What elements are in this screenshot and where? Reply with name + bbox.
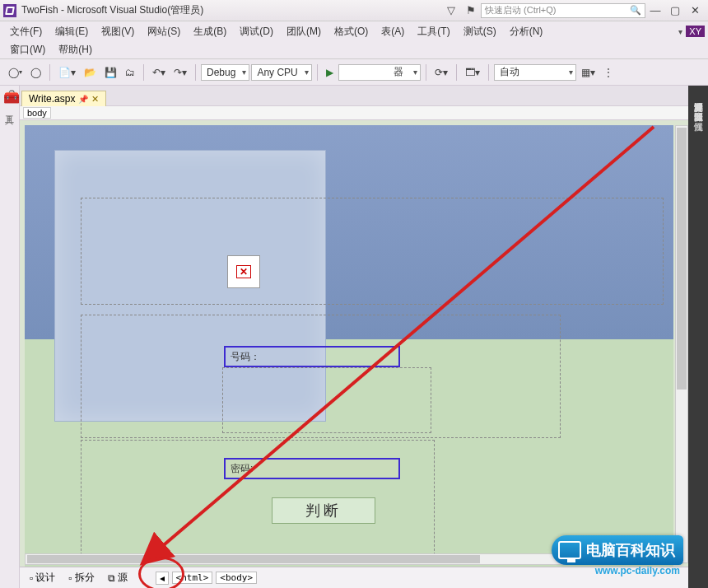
browser-target-dropdown[interactable]: placeholder 器 [338,64,421,81]
menu-team[interactable]: 团队(M) [280,25,328,39]
menu-debug[interactable]: 调试(D) [233,25,280,39]
number-label: 号码： [231,350,260,364]
vscroll-thumb[interactable] [677,128,687,390]
breadcrumb-body[interactable]: body [23,107,51,119]
separator [456,64,457,81]
save-all-button[interactable]: 🗂 [122,65,138,80]
layout-cell-3 [222,367,431,433]
designer-mode-strip: ▫ 设计 ▫ 拆分 ⧉ 源 ◂ <html> <body> [20,567,688,588]
quick-launch-placeholder: 快速启动 (Ctrl+Q) [485,4,556,16]
nav-back-button[interactable]: ◯▾ [5,65,26,80]
mode-source[interactable]: ⧉ 源 [103,570,133,586]
password-input[interactable]: 密码: [224,458,400,479]
menu-edit[interactable]: 编辑(E) [49,25,95,39]
pin-icon[interactable]: 📌 [78,95,88,104]
search-icon: 🔍 [630,5,641,16]
menu-view[interactable]: 视图(V) [95,25,141,39]
hscroll-thumb[interactable] [27,555,480,563]
horizontal-scrollbar[interactable] [25,553,673,565]
browser-suffix: 器 [394,65,403,79]
editor-area: Write.aspx 📌 ✕ body ✕ 号码： [20,86,688,588]
designer-canvas[interactable]: ✕ 号码： 密码: 判断 [25,125,673,583]
vertical-scrollbar[interactable] [675,125,688,563]
left-tool-dock: 🧰 工具 [0,86,20,588]
menu-website[interactable]: 网站(S) [141,25,187,39]
password-label: 密码: [231,462,253,476]
layout-cell-1 [81,198,664,305]
vs-logo-icon [3,4,16,17]
quick-launch-input[interactable]: 快速启动 (Ctrl+Q) 🔍 [481,3,645,18]
target-rule-dropdown[interactable]: 自动 [494,64,576,81]
undo-button[interactable]: ↶▾ [149,65,169,80]
mode-split[interactable]: ▫ 拆分 [63,570,99,586]
menu-help[interactable]: 帮助(H) [52,43,99,57]
tab-close-icon[interactable]: ✕ [91,94,99,105]
separator [488,64,489,81]
minimize-button[interactable]: — [645,4,665,16]
menu-tools[interactable]: 工具(T) [411,25,456,39]
tag-nav-back[interactable]: ◂ [156,572,169,585]
right-tool-dock: 解决方案资源管理器 团队资源管理器 属性 [688,86,708,588]
separator [317,64,318,81]
close-button[interactable]: ✕ [685,4,705,16]
tag-html[interactable]: <html> [172,572,213,584]
separator [426,64,426,81]
refresh-button[interactable]: ⟳▾ [431,65,451,80]
main-menu: 文件(F) 编辑(E) 视图(V) 网站(S) 生成(B) 调试(D) 团队(M… [0,21,708,41]
menu-window[interactable]: 窗口(W) [3,43,52,57]
element-breadcrumb: body [20,105,688,120]
toolbox-icon[interactable]: 🧰 [3,89,16,102]
solution-platform-dropdown[interactable]: Any CPU [251,64,311,81]
user-badge[interactable]: XY [686,26,705,37]
tag-body[interactable]: <body> [216,572,257,584]
submit-button[interactable]: 判断 [272,497,375,524]
mode-design[interactable]: ▫ 设计 [25,570,60,586]
tab-filename: Write.aspx [29,93,75,105]
separator [49,64,50,81]
notifications-icon[interactable]: ▽ [441,4,461,16]
solution-config-dropdown[interactable]: Debug [201,64,249,81]
redo-button[interactable]: ↷▾ [170,65,190,80]
account-dropdown-icon[interactable]: ▾ [678,27,682,36]
menu-format[interactable]: 格式(O) [328,25,375,39]
menu-table[interactable]: 表(A) [375,25,411,39]
submit-label: 判断 [305,501,342,520]
maximize-button[interactable]: ▢ [665,4,685,16]
new-style-button[interactable]: ▦▾ [578,65,599,80]
open-file-button[interactable]: 📂 [81,65,100,80]
document-tab-write[interactable]: Write.aspx 📌 ✕ [21,91,106,106]
menu-build[interactable]: 生成(B) [187,25,233,39]
new-project-button[interactable]: 📄▾ [55,65,79,80]
designer-surface[interactable]: ✕ 号码： 密码: 判断 [20,120,688,588]
workspace: 🧰 工具 Write.aspx 📌 ✕ body ✕ [0,86,708,588]
nav-forward-button[interactable]: ◯ [27,65,44,80]
menu-analyze[interactable]: 分析(N) [503,25,550,39]
standard-toolbar: ◯▾ ◯ 📄▾ 📂 💾 🗂 ↶▾ ↷▾ Debug Any CPU ▶ plac… [0,59,708,86]
window-title: TwoFish - Microsoft Visual Studio(管理员) [21,3,203,17]
toolbar-overflow-icon[interactable]: ⋮ [600,65,617,80]
title-bar: TwoFish - Microsoft Visual Studio(管理员) ▽… [0,0,708,21]
main-menu-row2: 窗口(W) 帮助(H) [0,41,708,59]
start-debug-button[interactable]: ▶ [323,65,337,80]
browse-button[interactable]: 🗔▾ [462,65,483,80]
number-input[interactable]: 号码： [224,346,400,367]
layout-cell-4 [81,440,435,555]
separator [143,64,144,81]
document-tabstrip: Write.aspx 📌 ✕ [20,86,688,105]
separator [195,64,196,81]
menu-file[interactable]: 文件(F) [3,25,49,39]
save-button[interactable]: 💾 [101,65,120,80]
feedback-icon[interactable]: ⚑ [461,4,481,16]
menu-test[interactable]: 测试(S) [457,25,503,39]
